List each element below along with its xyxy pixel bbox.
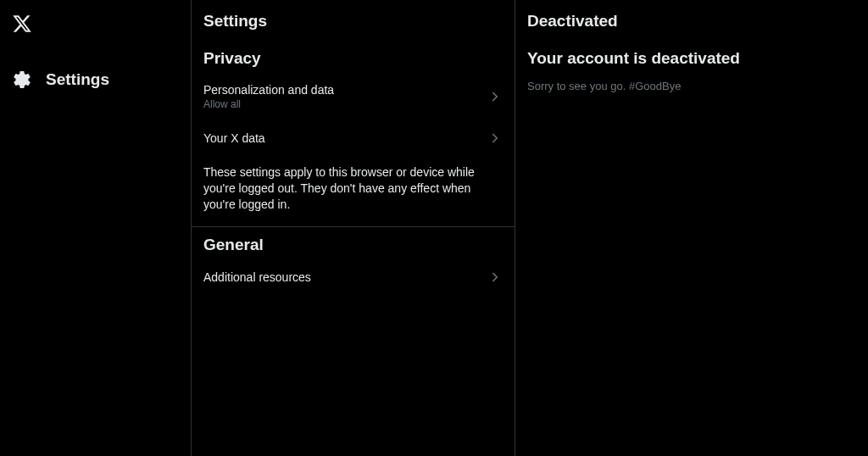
nav-label-settings: Settings (46, 70, 109, 89)
chevron-right-icon (487, 89, 503, 104)
list-item-title: Your X data (203, 131, 265, 145)
detail-header: Deactivated (515, 0, 868, 41)
sidebar-left: Settings (0, 0, 192, 456)
gear-icon (12, 70, 32, 90)
detail-body: Sorry to see you go. #GoodBye (515, 73, 868, 99)
privacy-item-personalization[interactable]: Personalization and data Allow all (192, 73, 515, 120)
list-item-text: Personalization and data Allow all (203, 83, 334, 110)
detail-subheading: Your account is deactivated (515, 41, 868, 73)
list-item-title: Personalization and data (203, 83, 334, 97)
list-item-subtitle: Allow all (203, 98, 334, 110)
list-item-title: Additional resources (203, 270, 311, 284)
x-logo-icon (12, 14, 32, 34)
detail-column: Deactivated Your account is deactivated … (515, 0, 868, 456)
settings-column: Settings Privacy Personalization and dat… (192, 0, 515, 456)
chevron-right-icon (487, 131, 503, 146)
settings-title: Settings (203, 12, 503, 31)
privacy-description: These settings apply to this browser or … (192, 156, 515, 226)
general-item-additional-resources[interactable]: Additional resources (192, 259, 515, 295)
privacy-item-your-x-data[interactable]: Your X data (192, 120, 515, 156)
list-item-text: Your X data (203, 131, 265, 145)
settings-header: Settings (192, 0, 515, 41)
chevron-right-icon (487, 270, 503, 285)
logo-container[interactable] (0, 7, 191, 44)
privacy-section-title: Privacy (192, 41, 515, 73)
general-section-title: General (192, 227, 515, 259)
list-item-text: Additional resources (203, 270, 311, 284)
nav-item-settings[interactable]: Settings (0, 61, 191, 98)
detail-title: Deactivated (527, 12, 856, 31)
